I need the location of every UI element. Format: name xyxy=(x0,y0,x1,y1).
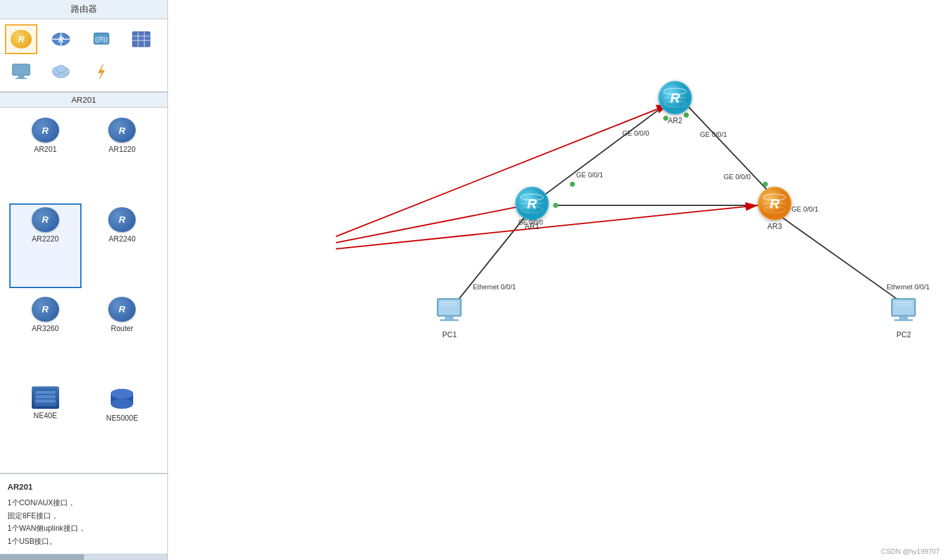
pc1-icon xyxy=(432,297,467,329)
info-panel-title: AR201 xyxy=(7,480,160,494)
toolbar-cloud-icon[interactable] xyxy=(45,57,77,86)
ar3260-icon: R xyxy=(32,297,59,322)
info-panel: AR201 1个CON/AUX接口， 固定8FE接口， 1个WAN侧uplink… xyxy=(0,474,167,554)
device-item-router[interactable]: R Router xyxy=(86,293,159,378)
ar201-label: AR201 xyxy=(34,145,57,154)
main-canvas[interactable]: R AR2 R A xyxy=(168,0,947,560)
info-line-2: 固定8FE接口， xyxy=(7,510,160,522)
ar3-router-icon: R xyxy=(758,187,791,220)
ar201-icon: R xyxy=(32,118,59,142)
ar2-router-icon: R xyxy=(658,81,692,114)
conn-label-pc2-eth: Ethernet 0/0/1 xyxy=(887,283,930,291)
watermark: CSDN @hy199707 xyxy=(881,548,940,555)
connections-svg xyxy=(168,0,947,560)
toolbar-switch-icon[interactable]: R xyxy=(45,24,77,54)
ar3-label: AR3 xyxy=(767,222,781,231)
ne40e-label: NE40E xyxy=(34,411,57,420)
node-pc2[interactable]: PC2 xyxy=(887,297,921,339)
svg-rect-12 xyxy=(18,75,24,78)
svg-rect-11 xyxy=(12,64,30,75)
info-line-4: 1个USB接口。 xyxy=(7,535,160,548)
svg-rect-13 xyxy=(16,78,27,79)
pc2-icon xyxy=(887,297,921,329)
device-item-ar1220[interactable]: R AR1220 xyxy=(86,114,159,198)
router-icon: R xyxy=(108,297,136,322)
svg-line-30 xyxy=(686,105,776,199)
device-item-ne40e[interactable]: NE40E xyxy=(9,383,82,467)
svg-line-29 xyxy=(539,105,666,199)
svg-rect-66 xyxy=(899,316,908,319)
ar201-section-title: AR201 xyxy=(0,92,167,108)
device-item-ar2220[interactable]: R AR2220 xyxy=(9,203,82,288)
info-line-1: 1个CON/AUX接口， xyxy=(7,497,160,509)
conn-label-ar2-ge000: GE 0/0/0 xyxy=(622,129,649,137)
conn-label-pc1-eth: Ethernet 0/0/1 xyxy=(473,283,516,291)
device-grid: R AR201 R AR1220 R AR2220 R AR2240 R AR3… xyxy=(0,108,167,474)
pc1-label: PC1 xyxy=(442,330,457,339)
svg-line-35 xyxy=(336,202,541,243)
svg-rect-6 xyxy=(133,32,150,47)
node-ar2[interactable]: R AR2 xyxy=(658,81,692,125)
svg-rect-22 xyxy=(35,399,55,403)
ne40e-icon xyxy=(32,386,59,409)
router-label: Router xyxy=(111,324,133,333)
info-line-3: 1个WAN侧uplink接口， xyxy=(7,522,160,534)
svg-marker-18 xyxy=(98,64,105,79)
ne5000e-icon xyxy=(108,386,136,411)
sidebar: 路由器 R R ((R)) xyxy=(0,0,168,560)
svg-point-25 xyxy=(111,399,133,409)
svg-rect-67 xyxy=(894,319,913,321)
ar1220-icon: R xyxy=(108,118,136,142)
ar2-label: AR2 xyxy=(668,116,682,125)
toolbar-router-icon[interactable]: R xyxy=(5,24,37,54)
svg-point-26 xyxy=(111,389,133,399)
pc2-label: PC2 xyxy=(897,330,911,339)
conn-label-ar2-ge001: GE 0/0/1 xyxy=(700,131,727,138)
node-ar1[interactable]: R AR1 GE 0/0/0 xyxy=(515,187,549,231)
device-item-ar3260[interactable]: R AR3260 xyxy=(9,293,82,378)
svg-line-32 xyxy=(454,217,525,305)
device-item-ar2240[interactable]: R AR2240 xyxy=(86,203,159,288)
toolbar-power-icon[interactable] xyxy=(85,57,118,86)
toolbar-monitor-icon[interactable] xyxy=(5,57,37,86)
node-pc1[interactable]: PC1 xyxy=(432,297,467,339)
ar1-router-icon: R xyxy=(515,187,549,220)
svg-point-37 xyxy=(570,182,575,187)
ar2240-icon: R xyxy=(108,207,136,232)
conn-label-ar3-ge000: GE 0/0/0 xyxy=(724,173,750,180)
ar1-ge000-label: GE 0/0/0 xyxy=(518,219,543,226)
svg-rect-20 xyxy=(35,391,55,394)
ar3260-label: AR3260 xyxy=(32,324,58,333)
node-ar3[interactable]: R AR3 xyxy=(758,187,791,231)
toolbar-grid-icon[interactable] xyxy=(125,24,157,54)
toolbar-wireless-icon[interactable]: ((R)) xyxy=(85,24,118,54)
svg-line-33 xyxy=(781,217,905,305)
svg-text:((R)): ((R)) xyxy=(95,36,108,43)
device-item-ar201[interactable]: R AR201 xyxy=(9,114,82,198)
conn-label-ar3-ge001: GE 0/0/1 xyxy=(791,205,818,213)
svg-rect-60 xyxy=(445,316,454,319)
svg-point-17 xyxy=(56,65,66,73)
svg-rect-21 xyxy=(35,395,55,398)
svg-point-41 xyxy=(553,203,558,208)
ar2220-icon: R xyxy=(32,207,59,232)
svg-rect-61 xyxy=(440,319,459,321)
svg-point-40 xyxy=(763,182,768,187)
ar2240-label: AR2240 xyxy=(109,235,136,243)
device-item-ne5000e[interactable]: NE5000E xyxy=(86,383,159,467)
sidebar-title: 路由器 xyxy=(0,0,167,19)
ne5000e-label: NE5000E xyxy=(106,414,138,422)
top-icon-grid: R R ((R)) xyxy=(0,19,167,92)
conn-label-ar1-ge001: GE 0/0/1 xyxy=(576,171,603,179)
svg-line-34 xyxy=(336,105,669,236)
scroll-indicator xyxy=(0,554,167,560)
ar1220-label: AR1220 xyxy=(109,145,136,154)
ar2220-label: AR2220 xyxy=(32,235,58,243)
